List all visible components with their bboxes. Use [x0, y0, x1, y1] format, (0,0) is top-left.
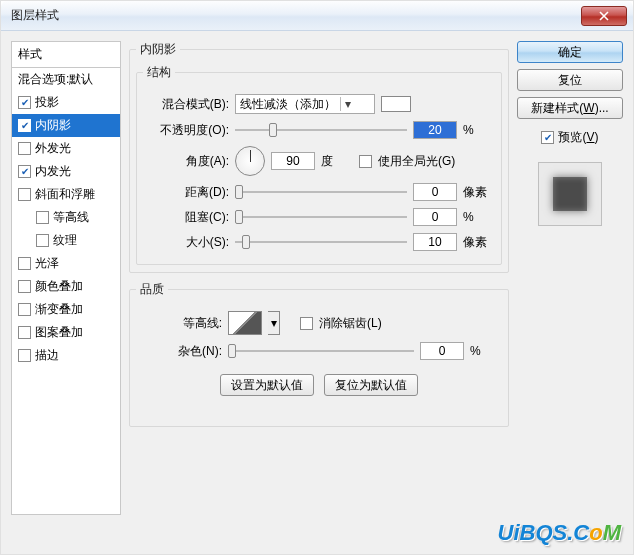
style-checkbox[interactable]: [18, 280, 31, 293]
angle-input[interactable]: 90: [271, 152, 315, 170]
layer-style-dialog: 图层样式 样式 混合选项:默认 投影内阴影外发光内发光斜面和浮雕等高线纹理光泽颜…: [0, 0, 634, 555]
style-item-7[interactable]: 光泽: [12, 252, 120, 275]
size-label: 大小(S):: [143, 234, 229, 251]
preview-checkbox[interactable]: [541, 131, 554, 144]
style-checkbox[interactable]: [36, 234, 49, 247]
structure-fieldset: 结构 混合模式(B): 线性减淡（添加） ▾ 不透明度(O):: [136, 64, 502, 265]
style-label: 描边: [35, 347, 59, 364]
actions-column: 确定 复位 新建样式(W)... 预览(V): [517, 41, 623, 544]
style-checkbox[interactable]: [18, 349, 31, 362]
blend-mode-value: 线性减淡（添加）: [240, 96, 336, 113]
size-slider[interactable]: [235, 233, 407, 251]
style-label: 颜色叠加: [35, 278, 83, 295]
style-item-5[interactable]: 等高线: [12, 206, 120, 229]
style-item-8[interactable]: 颜色叠加: [12, 275, 120, 298]
style-label: 投影: [35, 94, 59, 111]
blend-mode-label: 混合模式(B):: [143, 96, 229, 113]
opacity-slider[interactable]: [235, 121, 407, 139]
color-swatch[interactable]: [381, 96, 411, 112]
dialog-body: 样式 混合选项:默认 投影内阴影外发光内发光斜面和浮雕等高线纹理光泽颜色叠加渐变…: [1, 31, 633, 554]
style-item-3[interactable]: 内发光: [12, 160, 120, 183]
style-item-2[interactable]: 外发光: [12, 137, 120, 160]
style-checkbox[interactable]: [18, 326, 31, 339]
noise-slider[interactable]: [228, 342, 414, 360]
quality-legend: 品质: [136, 281, 168, 298]
choke-slider[interactable]: [235, 208, 407, 226]
use-global-light-label: 使用全局光(G): [378, 153, 455, 170]
close-button[interactable]: [581, 6, 627, 26]
distance-slider[interactable]: [235, 183, 407, 201]
reset-button[interactable]: 复位: [517, 69, 623, 91]
choke-input[interactable]: 0: [413, 208, 457, 226]
contour-dropdown[interactable]: ▾: [268, 311, 280, 335]
angle-dial[interactable]: [235, 146, 265, 176]
style-label: 内阴影: [35, 117, 71, 134]
style-item-11[interactable]: 描边: [12, 344, 120, 367]
style-label: 内发光: [35, 163, 71, 180]
use-global-light-checkbox[interactable]: [359, 155, 372, 168]
new-style-button[interactable]: 新建样式(W)...: [517, 97, 623, 119]
style-item-1[interactable]: 内阴影: [12, 114, 120, 137]
ok-button[interactable]: 确定: [517, 41, 623, 63]
styles-column: 样式 混合选项:默认 投影内阴影外发光内发光斜面和浮雕等高线纹理光泽颜色叠加渐变…: [11, 41, 121, 544]
styles-header[interactable]: 样式: [12, 42, 120, 68]
noise-unit: %: [470, 344, 502, 358]
style-label: 图案叠加: [35, 324, 83, 341]
watermark: UiBQS.CoM: [498, 520, 621, 546]
preview-inner: [553, 177, 587, 211]
style-checkbox[interactable]: [18, 119, 31, 132]
contour-picker[interactable]: [228, 311, 262, 335]
titlebar: 图层样式: [1, 1, 633, 31]
opacity-input[interactable]: 20: [413, 121, 457, 139]
antialias-checkbox[interactable]: [300, 317, 313, 330]
window-title: 图层样式: [11, 7, 581, 24]
style-label: 纹理: [53, 232, 77, 249]
chevron-down-icon: ▾: [340, 97, 351, 111]
style-item-10[interactable]: 图案叠加: [12, 321, 120, 344]
style-checkbox[interactable]: [36, 211, 49, 224]
style-item-4[interactable]: 斜面和浮雕: [12, 183, 120, 206]
blend-options-label: 混合选项:默认: [18, 71, 93, 88]
settings-column: 内阴影 结构 混合模式(B): 线性减淡（添加） ▾ 不透明度(O):: [129, 41, 509, 544]
set-default-button[interactable]: 设置为默认值: [220, 374, 314, 396]
styles-list: 样式 混合选项:默认 投影内阴影外发光内发光斜面和浮雕等高线纹理光泽颜色叠加渐变…: [11, 41, 121, 515]
style-label: 光泽: [35, 255, 59, 272]
angle-label: 角度(A):: [143, 153, 229, 170]
opacity-unit: %: [463, 123, 495, 137]
size-unit: 像素: [463, 234, 495, 251]
distance-unit: 像素: [463, 184, 495, 201]
style-label: 渐变叠加: [35, 301, 83, 318]
inner-shadow-fieldset: 内阴影 结构 混合模式(B): 线性减淡（添加） ▾ 不透明度(O):: [129, 41, 509, 273]
style-item-0[interactable]: 投影: [12, 91, 120, 114]
style-label: 等高线: [53, 209, 89, 226]
blend-options-item[interactable]: 混合选项:默认: [12, 68, 120, 91]
panel-title: 内阴影: [136, 41, 180, 58]
contour-label: 等高线:: [136, 315, 222, 332]
choke-unit: %: [463, 210, 495, 224]
preview-label: 预览(V): [558, 129, 598, 146]
style-checkbox[interactable]: [18, 165, 31, 178]
choke-label: 阻塞(C):: [143, 209, 229, 226]
close-icon: [599, 11, 609, 21]
new-style-label: 新建样式(W)...: [531, 100, 608, 117]
quality-fieldset: 品质 等高线: ▾ 消除锯齿(L) 杂色(N): 0 %: [129, 281, 509, 427]
blend-mode-select[interactable]: 线性减淡（添加） ▾: [235, 94, 375, 114]
distance-input[interactable]: 0: [413, 183, 457, 201]
antialias-label: 消除锯齿(L): [319, 315, 382, 332]
noise-label: 杂色(N):: [136, 343, 222, 360]
reset-default-button[interactable]: 复位为默认值: [324, 374, 418, 396]
style-item-6[interactable]: 纹理: [12, 229, 120, 252]
opacity-label: 不透明度(O):: [143, 122, 229, 139]
preview-thumbnail: [538, 162, 602, 226]
noise-input[interactable]: 0: [420, 342, 464, 360]
style-checkbox[interactable]: [18, 96, 31, 109]
style-checkbox[interactable]: [18, 257, 31, 270]
size-input[interactable]: 10: [413, 233, 457, 251]
structure-legend: 结构: [143, 64, 175, 81]
style-checkbox[interactable]: [18, 188, 31, 201]
angle-unit: 度: [321, 153, 353, 170]
style-checkbox[interactable]: [18, 303, 31, 316]
style-item-9[interactable]: 渐变叠加: [12, 298, 120, 321]
distance-label: 距离(D):: [143, 184, 229, 201]
style-checkbox[interactable]: [18, 142, 31, 155]
